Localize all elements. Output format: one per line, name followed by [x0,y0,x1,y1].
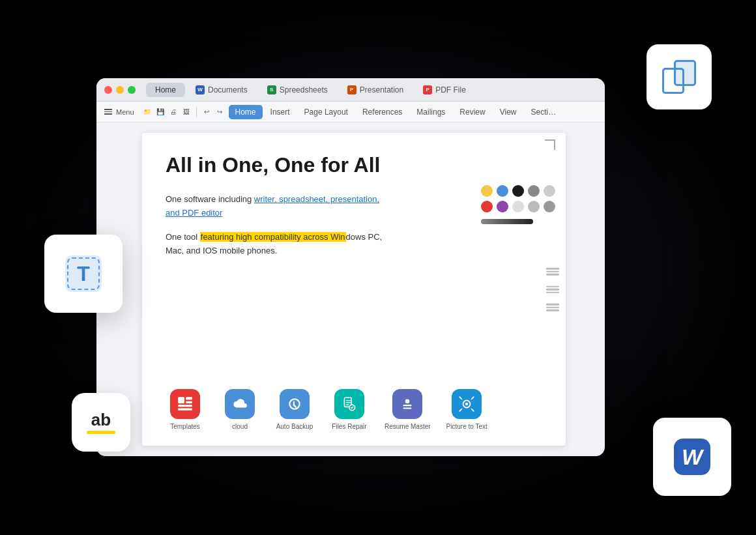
color-dot-lgray1[interactable] [512,201,524,212]
color-dot-gray[interactable] [528,185,540,197]
ocr-icon [458,396,475,412]
repair-label: Files Repair [332,423,366,430]
nav-page-layout[interactable]: Page Layout [298,105,355,119]
line [546,274,559,276]
nav-references[interactable]: References [356,105,409,119]
nav-review[interactable]: Review [453,105,491,119]
repair-icon [341,396,358,412]
separator [196,107,197,117]
float-word-panel: W [653,418,731,496]
tab-pdf[interactable]: P PDF File [414,83,475,97]
cloud-icon [231,396,248,412]
resume-label: Resume Master [385,423,431,430]
tab-pdf-label: PDF File [435,85,466,94]
undo-icon[interactable]: ↩ [201,107,212,117]
float-copy-panel [647,44,712,109]
color-dot-blue[interactable] [497,185,508,197]
menu-button[interactable]: Menu [104,108,134,116]
maximize-button[interactable] [128,86,136,94]
feature-templates[interactable]: Templates [166,389,205,430]
redo-icon[interactable]: ↪ [214,107,225,117]
backup-icon-wrap [280,389,310,419]
resume-icon [399,396,416,412]
color-dot-black[interactable] [512,185,524,197]
nav-references-label: References [362,108,402,117]
right-panel [546,268,559,311]
backup-label: Auto Backup [276,423,313,430]
svg-rect-0 [178,397,184,403]
tab-presentation[interactable]: P Presentation [338,83,413,97]
tab-documents-icon: W [196,85,205,94]
tab-documents[interactable]: W Documents [186,83,257,97]
tab-home[interactable]: Home [146,83,185,97]
doc-content: All in One, One for All One software inc… [96,123,605,456]
nav-section[interactable]: Secti… [525,105,563,119]
panel-lines-2 [546,285,559,293]
nav-view-label: View [500,108,517,117]
save-icon[interactable]: 💾 [155,107,166,117]
cloud-icon-wrap [225,389,255,419]
nav-insert[interactable]: Insert [264,105,297,119]
line [546,306,559,308]
color-palette [481,185,555,224]
color-dot-lgray3[interactable] [544,201,555,212]
minimize-button[interactable] [116,86,124,94]
color-slider[interactable] [481,219,533,224]
spell-check-icon: ab [87,411,115,434]
repair-icon-wrap [334,389,364,419]
ab-text: ab [87,411,115,428]
feature-resume-master[interactable]: Resume Master [385,389,431,430]
nav-home-label: Home [235,108,256,117]
templates-icon [177,396,194,412]
nav-review-label: Review [459,108,485,117]
para2-highlight: featuring high compatibility across Win [200,232,346,242]
close-button[interactable] [104,86,112,94]
nav-page-layout-label: Page Layout [304,108,348,117]
para2-prefix: One tool [166,232,200,242]
tab-documents-label: Documents [208,85,248,94]
tab-bar: Home W Documents S Spreedsheets P Presen… [146,83,475,97]
tab-spreadsheets[interactable]: S Spreedsheets [258,83,337,97]
color-dot-light[interactable] [544,185,555,197]
print-icon[interactable]: 🖨 [168,107,179,117]
feature-picture-to-text[interactable]: Picture to Text [446,389,487,430]
nav-view[interactable]: View [493,105,523,119]
copy-pages-icon [662,60,696,94]
ab-underline [87,431,115,434]
tab-home-label: Home [155,85,176,94]
svg-rect-8 [403,405,412,406]
templates-icon-wrap [170,389,200,419]
svg-rect-3 [178,405,192,407]
feature-files-repair[interactable]: Files Repair [330,389,369,430]
color-dot-red[interactable] [481,201,493,212]
feature-auto-backup[interactable]: Auto Backup [275,389,314,430]
tab-presentation-icon: P [347,85,356,94]
svg-point-11 [465,403,468,405]
backup-icon [286,396,303,412]
line [546,310,559,311]
panel-lines-3 [546,304,559,311]
folder-icon[interactable]: 📁 [142,107,153,117]
word-doc-icon: W [674,439,710,475]
line [546,285,559,287]
tab-presentation-label: Presentation [360,85,403,94]
doc-paragraph-2: One tool featuring high compatibility ac… [166,231,542,258]
color-dot-purple[interactable] [497,201,508,212]
tab-spreadsheets-icon: S [267,85,276,94]
nav-menu: Home Insert Page Layout References Maili… [229,105,563,119]
document-page: All in One, One for All One software inc… [142,133,566,446]
image-icon[interactable]: 🖼 [181,107,192,117]
ocr-label: Picture to Text [446,423,487,430]
color-dot-yellow[interactable] [481,185,493,197]
resume-icon-wrap [392,389,422,419]
w-letter: W [682,444,703,470]
line [546,304,559,306]
nav-mailings[interactable]: Mailings [410,105,452,119]
line [546,289,559,291]
feature-cloud[interactable]: cloud [220,389,259,430]
float-text-t-panel: T [44,235,123,313]
nav-home[interactable]: Home [229,105,263,119]
copy-rect-front [662,68,684,94]
tab-spreadsheets-label: Spreedsheets [280,85,328,94]
color-dot-lgray2[interactable] [528,201,540,212]
